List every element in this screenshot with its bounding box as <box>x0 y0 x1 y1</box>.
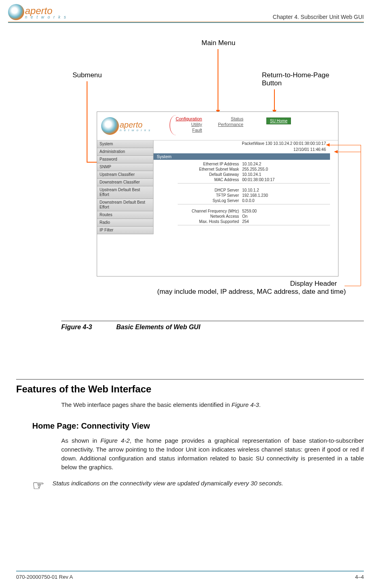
callout-main-menu: Main Menu <box>201 39 235 47</box>
callout-display-header-sub: (may include model, IP address, MAC addr… <box>157 288 346 296</box>
kv-label: DHCP Server <box>154 188 242 192</box>
page-footer: 070-20000750-01 Rev A 4–4 <box>0 571 384 580</box>
gui-brand-sub: n e t w o r k s <box>120 128 151 132</box>
gui-body: System Administration Password SNMP Upst… <box>97 140 338 277</box>
footer-right: 4–4 <box>355 574 364 580</box>
pointing-hand-icon: ☞ <box>32 480 44 492</box>
heading-features: Features of the Web Interface <box>16 384 384 395</box>
p1a: The Web interface pages share the basic … <box>61 401 231 408</box>
kv-row: Ethernet IP Address10.10.24.2 <box>154 161 338 167</box>
kv-row: Default Gateway10.10.24.1 <box>154 172 338 177</box>
header-rule-blue <box>8 22 364 23</box>
gui-window: aperto n e t w o r k s Configuration Uti… <box>97 111 338 276</box>
kv-value: 255.255.255.0 <box>242 167 268 171</box>
sidebar-item[interactable]: SNMP <box>97 163 154 171</box>
arrow-return-home <box>274 89 275 113</box>
gui-logo-text: aperto n e t w o r k s <box>120 120 151 132</box>
sidebar-item[interactable]: System <box>97 140 154 148</box>
kv-value: 0.0.0.0 <box>242 198 255 203</box>
logo: aperto n e t w o r k s <box>8 4 67 20</box>
info-line-1: PacketWave 130 10.10.24.2 00:01:38:00:10… <box>154 140 338 146</box>
sidebar-item[interactable]: Downstream Classifier <box>97 179 154 186</box>
kv-label: Max. Hosts Supported <box>154 219 242 224</box>
sidebar-item[interactable]: Downstream Default Best Effort <box>97 199 154 211</box>
p1-figref: Figure 4-3 <box>231 401 259 408</box>
kv-row: TFTP Server192.168.1.230 <box>154 193 338 198</box>
kv-row: MAC Address00:01:38:00:10:17 <box>154 177 338 182</box>
gui-logo-swirl-icon <box>101 117 119 135</box>
menu-fault[interactable]: Fault <box>176 127 202 133</box>
kv-value: 10.10.24.2 <box>242 162 261 166</box>
kv-row: DHCP Server10.10.1.2 <box>154 188 338 193</box>
divider <box>178 225 330 225</box>
gui-brand: aperto <box>120 120 143 129</box>
section-rule <box>16 379 364 380</box>
info-line-2: 12/10/01 11:46:46 <box>154 146 338 153</box>
divider <box>178 183 330 184</box>
kv-value: On <box>242 214 247 219</box>
kv-value: 254 <box>242 219 249 224</box>
heading-home-page: Home Page: Connectivity View <box>32 421 384 431</box>
menu-group-2: Status Performance <box>218 116 243 127</box>
page-header: aperto n e t w o r k s Chapter 4. Subscr… <box>0 0 384 20</box>
note-row: ☞ Status indications on the connectivity… <box>32 480 364 492</box>
logo-text: aperto n e t w o r k s <box>25 5 67 19</box>
dh-line2 <box>334 152 361 152</box>
sidebar-item[interactable]: Routes <box>97 211 154 219</box>
menu-performance[interactable]: Performance <box>218 122 243 127</box>
kv-row: SysLog Server0.0.0.0 <box>154 198 338 203</box>
section-title: System <box>154 153 330 160</box>
kv-row: Network AccessOn <box>154 214 338 219</box>
p2-figref: Figure 4-2 <box>100 437 129 444</box>
kv-label: MAC Address <box>154 177 242 182</box>
note-text: Status indications on the connectivity v… <box>52 480 283 487</box>
figure-area: Main Menu Submenu Return-to-Home-Page Bu… <box>16 39 364 321</box>
p2a: As shown in <box>61 437 100 444</box>
sidebar-item[interactable]: Administration <box>97 148 154 156</box>
sidebar-item[interactable]: Upstream Default Best Effort <box>97 186 154 199</box>
brand-sub: n e t w o r k s <box>25 15 67 19</box>
menu-status[interactable]: Status <box>218 116 243 122</box>
divider <box>178 204 330 204</box>
kv-label: Channel Frequency (MHz) <box>154 209 242 213</box>
kv-value: 5259.00 <box>242 209 257 213</box>
kv-value: 10.10.24.1 <box>242 172 261 177</box>
su-home-button[interactable]: SU Home <box>266 118 291 124</box>
gui-content: PacketWave 130 10.10.24.2 00:01:38:00:10… <box>154 140 338 277</box>
kv-value: 10.10.1.2 <box>242 188 259 192</box>
para-1: The Web interface pages share the basic … <box>61 400 364 409</box>
kv-row: Channel Frequency (MHz)5259.00 <box>154 208 338 214</box>
menu-group-1: Configuration Utility Fault <box>176 116 202 133</box>
menu-utility[interactable]: Utility <box>176 122 202 127</box>
kv-label: Network Access <box>154 214 242 219</box>
gui-topbar: aperto n e t w o r k s Configuration Uti… <box>97 112 338 140</box>
sidebar-item[interactable]: Radio <box>97 219 154 227</box>
dh-line1 <box>326 145 361 145</box>
sidebar-item[interactable]: Password <box>97 156 154 163</box>
menu-configuration[interactable]: Configuration <box>176 116 202 122</box>
figure-number: Figure 4-3 <box>61 324 92 330</box>
kv-label: Ethernet IP Address <box>154 162 242 166</box>
callout-return-home: Return-to-Home-Page Button <box>262 71 342 87</box>
red-arc-icon <box>170 115 176 135</box>
kv-row: Max. Hosts Supported254 <box>154 219 338 224</box>
kv-value: 192.168.1.230 <box>242 193 268 198</box>
para-2: As shown in Figure 4-2, the home page pr… <box>61 436 364 472</box>
footer-rule <box>16 571 364 571</box>
footer-row: 070-20000750-01 Rev A 4–4 <box>16 574 364 580</box>
sidebar-item[interactable]: Upstream Classifier <box>97 171 154 179</box>
arrow-submenu-v <box>87 81 87 162</box>
kv-value: 00:01:38:00:10:17 <box>242 177 275 182</box>
figure-rule <box>61 321 364 321</box>
dh-vline <box>361 145 361 286</box>
callout-display-header-title: Display Header <box>290 280 337 288</box>
arrow-main-menu <box>218 49 218 113</box>
kv-label: Default Gateway <box>154 172 242 177</box>
kv-label: TFTP Server <box>154 193 242 198</box>
footer-left: 070-20000750-01 Rev A <box>16 574 73 580</box>
figure-caption: Figure 4-3Basic Elements of Web GUI <box>61 324 384 331</box>
sidebar-item[interactable]: IP Filter <box>97 227 154 234</box>
brand-name: aperto <box>25 5 52 16</box>
figure-title: Basic Elements of Web GUI <box>116 324 200 330</box>
kv-label: Ethernet Subnet Mask <box>154 167 242 171</box>
